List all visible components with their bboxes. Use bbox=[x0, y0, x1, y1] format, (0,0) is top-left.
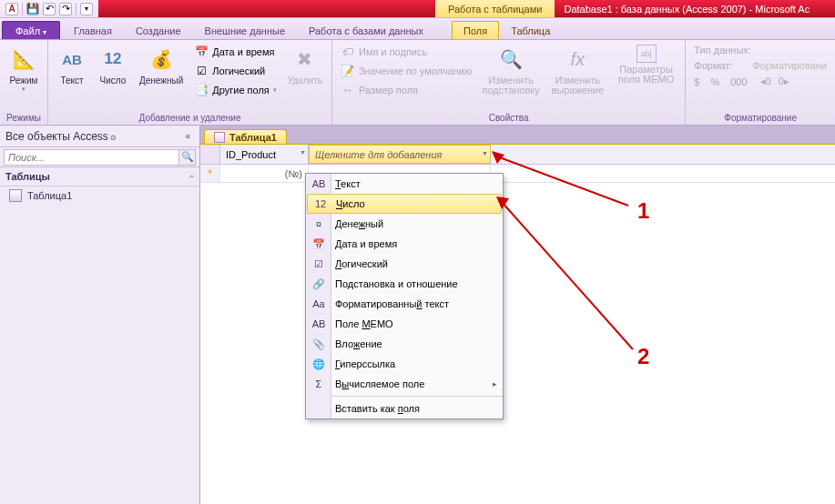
menu-item-icon: ☑ bbox=[311, 257, 326, 271]
new-row-id[interactable]: (№) bbox=[220, 165, 309, 182]
memo-button[interactable]: ab| Параметры поля MEMO bbox=[613, 43, 680, 86]
format-buttons[interactable]: $%000◂00▸ bbox=[691, 74, 830, 89]
menu-item-icon: AB bbox=[311, 317, 326, 331]
number-button[interactable]: 12 Число bbox=[95, 43, 131, 87]
menu-item-icon: 🌐 bbox=[311, 357, 326, 371]
menu-item-icon bbox=[311, 401, 326, 416]
add-column-header[interactable]: Щелкните для добавления▼ bbox=[309, 145, 491, 164]
delete-icon: ✖ bbox=[290, 45, 320, 74]
name-caption-button[interactable]: 🏷Имя и подпись bbox=[338, 43, 474, 61]
qat-customize-icon[interactable]: ▾ bbox=[80, 3, 93, 15]
qat-redo-icon[interactable]: ↷ bbox=[59, 3, 72, 15]
qat-undo-icon[interactable]: ↶ bbox=[43, 3, 56, 15]
app-icon[interactable]: A bbox=[5, 3, 18, 15]
menu-item[interactable]: 🌐Гиперссылка bbox=[306, 354, 503, 374]
context-tab-title: Работа с таблицами bbox=[435, 0, 555, 17]
menu-item-icon: 📅 bbox=[311, 237, 326, 251]
menu-item[interactable]: ΣВычисляемое поле bbox=[306, 374, 503, 394]
datetime-button[interactable]: 📅Дата и время bbox=[191, 43, 279, 61]
morefields-button[interactable]: 📑Другие поля bbox=[191, 81, 279, 99]
view-button[interactable]: 📐 Режим bbox=[5, 43, 42, 95]
callout-1: 1 bbox=[637, 198, 649, 224]
group-views: 📐 Режим Режимы bbox=[0, 40, 48, 125]
fx-icon: fx bbox=[563, 45, 592, 74]
menu-item-label: Текст bbox=[335, 178, 361, 189]
ribbon: 📐 Режим Режимы AB Текст 12 Число 💰 Денеж… bbox=[0, 40, 835, 126]
menu-item[interactable]: 🔗Подстановка и отношение bbox=[306, 274, 503, 294]
field-type-menu: ABТекст12Число¤Денежный📅Дата и время☑Лог… bbox=[305, 173, 504, 419]
menu-item[interactable]: 12Число bbox=[307, 194, 502, 214]
text-button[interactable]: AB Текст bbox=[54, 43, 90, 87]
number-icon: 12 bbox=[98, 45, 127, 74]
tab-file[interactable]: Файл bbox=[2, 21, 60, 39]
format-label: Формат:Форматировани bbox=[691, 58, 830, 73]
size-button[interactable]: ↔Размер поля bbox=[338, 81, 474, 99]
new-row-selector[interactable]: * bbox=[200, 165, 220, 182]
column-id-product[interactable]: ID_Product▼ bbox=[220, 145, 309, 164]
size-icon: ↔ bbox=[341, 83, 355, 97]
view-icon: 📐 bbox=[9, 45, 38, 74]
datatype-label: Тип данных: bbox=[691, 43, 830, 57]
select-all-cell[interactable] bbox=[200, 145, 220, 164]
chevron-down-icon[interactable]: ▼ bbox=[300, 149, 306, 156]
menu-item-icon: 12 bbox=[313, 197, 328, 211]
menu-item-label: Поле МЕМО bbox=[335, 318, 393, 329]
menu-item-label: Вычисляемое поле bbox=[335, 378, 424, 389]
ribbon-tabstrip: Файл Главная Создание Внешние данные Раб… bbox=[0, 18, 835, 40]
menu-item-label: Подстановка и отношение bbox=[335, 278, 458, 289]
memo-icon: ab| bbox=[636, 45, 657, 63]
menu-item[interactable]: 📎Вложение bbox=[306, 334, 503, 354]
yesno-button[interactable]: ☑Логический bbox=[191, 62, 279, 80]
nav-group-tables[interactable]: Таблицы bbox=[0, 167, 199, 186]
menu-item-label: Вложение bbox=[335, 338, 382, 349]
group-add-remove: AB Текст 12 Число 💰 Денежный 📅Дата и вре… bbox=[48, 40, 332, 125]
search-input[interactable] bbox=[4, 149, 179, 166]
menu-item[interactable]: ABТекст bbox=[306, 174, 503, 194]
nav-collapse-icon[interactable]: « bbox=[181, 131, 194, 141]
currency-button[interactable]: 💰 Денежный bbox=[136, 43, 187, 87]
lookup-icon: 🔍 bbox=[496, 45, 525, 74]
menu-item[interactable]: ☑Логический bbox=[306, 254, 503, 274]
tab-external[interactable]: Внешние данные bbox=[193, 21, 297, 39]
nav-item-table1[interactable]: Таблица1 bbox=[0, 186, 199, 205]
menu-item[interactable]: ¤Денежный bbox=[306, 214, 503, 234]
checkbox-icon: ☑ bbox=[194, 64, 209, 78]
menu-item-icon: Aa bbox=[311, 297, 326, 311]
menu-item-label: Логический bbox=[335, 258, 388, 269]
lookup-button[interactable]: 🔍 Изменить подстановку bbox=[479, 43, 543, 97]
menu-item-icon: 🔗 bbox=[311, 277, 326, 291]
tab-dbtools[interactable]: Работа с базами данных bbox=[297, 21, 435, 39]
menu-item[interactable]: 📅Дата и время bbox=[306, 234, 503, 254]
table-icon bbox=[214, 132, 225, 143]
tab-table[interactable]: Таблица bbox=[499, 21, 562, 39]
default-button[interactable]: 📝Значение по умолчанию bbox=[338, 62, 474, 80]
group-properties: 🏷Имя и подпись 📝Значение по умолчанию ↔Р… bbox=[332, 40, 686, 125]
tab-create[interactable]: Создание bbox=[124, 21, 193, 39]
menu-item[interactable]: AaФорматированный текст bbox=[306, 294, 503, 314]
menu-item-label: Вставить как поля bbox=[335, 403, 420, 414]
title-spacer bbox=[98, 0, 435, 17]
document-tab[interactable]: Таблица1 bbox=[204, 129, 287, 144]
nav-title[interactable]: Все объекты Access bbox=[5, 130, 181, 143]
chevron-down-icon[interactable]: ▼ bbox=[482, 150, 488, 156]
menu-item-label: Денежный bbox=[335, 218, 383, 229]
calendar-icon: 📅 bbox=[194, 45, 209, 59]
menu-item-label: Число bbox=[336, 198, 365, 209]
default-icon: 📝 bbox=[341, 64, 355, 78]
menu-item[interactable]: Вставить как поля bbox=[306, 398, 503, 418]
quick-access-toolbar: A 💾 ↶ ↷ ▾ bbox=[0, 3, 98, 15]
callout-2: 2 bbox=[637, 344, 649, 369]
menu-item-icon: ¤ bbox=[311, 217, 326, 231]
tab-fields[interactable]: Поля bbox=[452, 21, 499, 39]
search-icon[interactable]: 🔍 bbox=[179, 149, 196, 166]
qat-save-icon[interactable]: 💾 bbox=[26, 3, 39, 15]
menu-item-icon: 📎 bbox=[311, 337, 326, 351]
tab-home[interactable]: Главная bbox=[62, 21, 124, 39]
delete-button[interactable]: ✖ Удалить bbox=[284, 43, 326, 87]
title-bar: A 💾 ↶ ↷ ▾ Работа с таблицами Database1 :… bbox=[0, 0, 835, 18]
menu-item-label: Форматированный текст bbox=[335, 298, 449, 309]
menu-item[interactable]: ABПоле МЕМО bbox=[306, 314, 503, 334]
menu-item-label: Гиперссылка bbox=[335, 358, 395, 369]
expression-button[interactable]: fx Изменить выражение bbox=[547, 43, 608, 97]
currency-icon: 💰 bbox=[147, 45, 176, 74]
